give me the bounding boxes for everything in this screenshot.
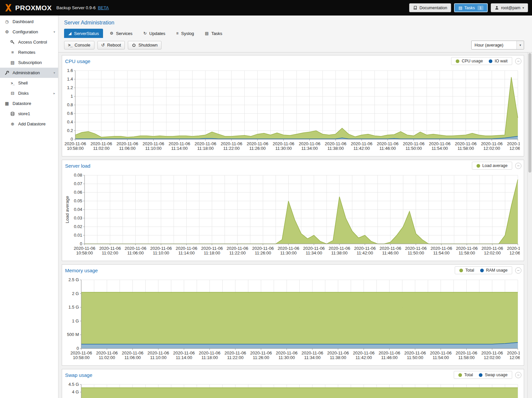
svg-text:11:18:00: 11:18:00 xyxy=(201,355,218,360)
tasks-badge: 1 xyxy=(478,6,483,10)
svg-text:11:10:00: 11:10:00 xyxy=(153,250,169,255)
svg-text:2020-11-06: 2020-11-06 xyxy=(225,350,246,355)
svg-text:2020-11-06: 2020-11-06 xyxy=(90,141,112,146)
vertical-scrollbar[interactable] xyxy=(527,52,532,398)
svg-text:11:06:00: 11:06:00 xyxy=(124,355,141,360)
svg-text:11:22:00: 11:22:00 xyxy=(229,250,246,255)
legend-item-load-average[interactable]: Load average xyxy=(477,163,508,168)
sidebar-item-label: Add Datastore xyxy=(18,121,46,126)
reboot-icon: ↺ xyxy=(101,43,105,48)
reboot-button[interactable]: ↺ Reboot xyxy=(97,41,125,50)
svg-text:2020-11-06: 2020-11-06 xyxy=(507,246,520,251)
shutdown-button[interactable]: Shutdown xyxy=(128,41,161,50)
shutdown-label: Shutdown xyxy=(138,43,158,48)
svg-text:2.5 G: 2.5 G xyxy=(68,277,79,282)
tab-label: Updates xyxy=(149,31,165,36)
svg-text:11:42:00: 11:42:00 xyxy=(353,146,370,151)
svg-text:0.4: 0.4 xyxy=(67,119,73,124)
panel-collapse-button[interactable]: − xyxy=(515,163,521,169)
console-button[interactable]: >_ Console xyxy=(64,41,94,50)
panel-collapse-button[interactable]: − xyxy=(515,267,521,274)
power-icon xyxy=(132,43,136,47)
legend-item-ram-usage[interactable]: RAM usage xyxy=(480,268,508,273)
legend-item-cpu-usage[interactable]: CPU usage xyxy=(456,59,483,63)
terminal-icon: >_ xyxy=(68,43,72,48)
svg-text:0.6: 0.6 xyxy=(67,111,73,116)
svg-text:2020-11-06: 2020-11-06 xyxy=(303,246,325,251)
cpu-usage-chart: 00.20.40.60.811.21.41.62020-11-0610:58:0… xyxy=(62,67,524,156)
sidebar-item-disks[interactable]: ⊟ Disks ▸ xyxy=(0,88,58,98)
tasks-button[interactable]: ▤ Tasks 1 xyxy=(454,3,488,12)
legend-item-swap-usage[interactable]: Swap usage xyxy=(479,373,508,377)
svg-text:11:18:00: 11:18:00 xyxy=(204,250,220,255)
sidebar-item-remotes[interactable]: ≡ Remotes xyxy=(0,47,58,57)
sidebar-item-access-control[interactable]: Access Control xyxy=(0,37,58,47)
svg-text:11:34:00: 11:34:00 xyxy=(304,355,321,360)
svg-text:0.08: 0.08 xyxy=(74,173,82,178)
panel-collapse-button[interactable]: − xyxy=(515,58,521,64)
scrollbar-thumb[interactable] xyxy=(528,53,531,173)
tab-services[interactable]: ⚙ Services xyxy=(105,29,137,38)
svg-text:1.5 G: 1.5 G xyxy=(68,305,79,310)
tasks-label: Tasks xyxy=(464,6,475,10)
panel-collapse-button[interactable]: − xyxy=(515,372,521,378)
legend-item-io-wait[interactable]: IO wait xyxy=(489,59,508,63)
memory-usage-chart: 0500 M1 G1.5 G2 G2.5 G2020-11-0610:58:00… xyxy=(62,276,524,365)
sidebar-item-label: Datastore xyxy=(13,101,31,106)
svg-text:2020-11-06: 2020-11-06 xyxy=(481,141,503,146)
tab-label: Services xyxy=(116,31,132,36)
tab-serverstatus[interactable]: ◢ ServerStatus xyxy=(64,29,103,38)
svg-text:11:58:00: 11:58:00 xyxy=(459,250,475,255)
sidebar-item-administration[interactable]: Administration ▾ xyxy=(0,68,58,78)
tab-tasks[interactable]: ▤ Tasks xyxy=(201,29,227,38)
svg-text:11:50:00: 11:50:00 xyxy=(406,146,422,151)
svg-text:11:02:00: 11:02:00 xyxy=(99,355,115,360)
tabbar: ◢ ServerStatus ⚙ Services ↻ Updates ≡ Sy… xyxy=(58,29,532,38)
swap-usage-svg: 0500 M1 G1.5 G2 G2.5 G3 G3.5 G4 G4.5 G20… xyxy=(64,381,520,398)
svg-text:2020-11-06: 2020-11-06 xyxy=(199,350,221,355)
documentation-button[interactable]: Documentation xyxy=(409,3,451,12)
svg-text:2020-11-06: 2020-11-06 xyxy=(150,246,172,251)
svg-text:11:38:00: 11:38:00 xyxy=(331,250,348,255)
tab-updates[interactable]: ↻ Updates xyxy=(139,29,169,38)
svg-text:0.04: 0.04 xyxy=(74,207,82,212)
legend-item-total[interactable]: Total xyxy=(458,373,473,377)
documentation-label: Documentation xyxy=(419,6,447,10)
legend-label: Load average xyxy=(482,163,508,168)
topbar: PROXMOX Backup Server 0.9-6 BETA Documen… xyxy=(0,0,532,16)
legend-item-total[interactable]: Total xyxy=(459,268,474,273)
user-icon xyxy=(495,6,499,10)
svg-text:11:34:00: 11:34:00 xyxy=(301,146,318,151)
tab-label: ServerStatus xyxy=(74,31,99,36)
panel-header: Swap usage Total Swap usage xyxy=(62,369,524,381)
collapse-icon: − xyxy=(517,268,520,273)
svg-text:11:46:00: 11:46:00 xyxy=(381,355,398,360)
svg-text:2020-11-06: 2020-11-06 xyxy=(405,246,427,251)
tab-syslog[interactable]: ≡ Syslog xyxy=(172,29,198,38)
sidebar-item-datastore[interactable]: ▦ Datastore xyxy=(0,98,58,109)
sidebar-item-label: Administration xyxy=(13,70,40,75)
sidebar-item-shell[interactable]: >_ Shell xyxy=(0,78,58,88)
svg-text:2020-11-06: 2020-11-06 xyxy=(378,350,400,355)
user-menu-button[interactable]: root@pam ▾ xyxy=(491,3,528,12)
beta-link[interactable]: BETA xyxy=(98,5,109,10)
svg-text:12:02:00: 12:02:00 xyxy=(483,146,500,151)
sidebar-item-add-datastore[interactable]: ⊕ Add Datastore xyxy=(0,119,58,129)
svg-text:11:58:00: 11:58:00 xyxy=(458,355,475,360)
svg-text:2020-11-06: 2020-11-06 xyxy=(250,350,272,355)
sidebar-item-subscription[interactable]: ▤ Subscription xyxy=(0,57,58,68)
sidebar-item-configuration[interactable]: ⚙ Configuration ▾ xyxy=(0,27,58,37)
sidebar-item-label: Access Control xyxy=(18,40,47,45)
svg-text:2020-11-06: 2020-11-06 xyxy=(351,141,372,146)
svg-text:12:06:00: 12:06:00 xyxy=(510,250,520,255)
console-label: Console xyxy=(75,43,90,48)
sidebar-item-dashboard[interactable]: ◷ Dashboard xyxy=(0,17,58,27)
gear-icon: ⚙ xyxy=(110,31,113,36)
sidebar-item-store1[interactable]: store1 xyxy=(0,109,58,119)
sidebar-item-label: Dashboard xyxy=(13,19,34,24)
disk-icon: ⊟ xyxy=(10,91,15,96)
refresh-icon: ↻ xyxy=(143,31,147,36)
svg-text:2020-11-06: 2020-11-06 xyxy=(456,350,478,355)
time-range-select[interactable]: Hour (average) ▾ xyxy=(471,41,524,50)
legend-label: Total xyxy=(464,373,473,377)
